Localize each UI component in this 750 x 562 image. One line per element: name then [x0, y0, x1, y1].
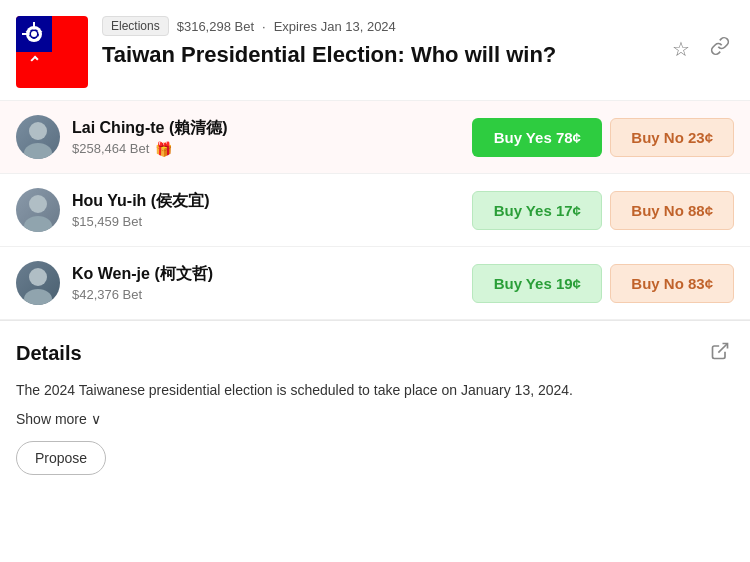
svg-point-19 — [29, 268, 47, 286]
candidate-row-hou: Hou Yu-ih (侯友宜) $15,459 Bet Buy Yes 17¢ … — [0, 174, 750, 247]
candidate-buttons-lai: Buy Yes 78¢ Buy No 23¢ — [472, 118, 734, 157]
share-button[interactable] — [706, 32, 734, 65]
svg-rect-6 — [22, 33, 27, 35]
chevron-down-icon: ∨ — [91, 411, 101, 427]
header-bet: $316,298 Bet — [177, 19, 254, 34]
buy-no-ko[interactable]: Buy No 83¢ — [610, 264, 734, 303]
details-section: Details The 2024 Taiwanese presidential … — [0, 320, 750, 483]
flag-image — [16, 16, 88, 88]
star-icon: ☆ — [672, 38, 690, 60]
header-meta: Elections $316,298 Bet · Expires Jan 13,… — [102, 16, 654, 36]
header-info: Elections $316,298 Bet · Expires Jan 13,… — [102, 16, 654, 68]
details-description: The 2024 Taiwanese presidential election… — [16, 380, 734, 401]
details-title: Details — [16, 342, 82, 365]
link-icon — [710, 38, 730, 60]
svg-point-18 — [24, 216, 52, 232]
svg-point-20 — [24, 289, 52, 305]
svg-point-15 — [29, 122, 47, 140]
star-button[interactable]: ☆ — [668, 33, 694, 65]
show-more-button[interactable]: Show more ∨ — [16, 411, 734, 427]
candidate-bet-hou: $15,459 Bet — [72, 214, 460, 229]
buy-no-hou[interactable]: Buy No 88¢ — [610, 191, 734, 230]
candidates-list: Lai Ching-te (賴清德) $258,464 Bet 🎁 Buy Ye… — [0, 101, 750, 320]
candidate-info-lai: Lai Ching-te (賴清德) $258,464 Bet 🎁 — [72, 118, 460, 157]
candidate-buttons-hou: Buy Yes 17¢ Buy No 88¢ — [472, 191, 734, 230]
gift-icon-lai: 🎁 — [155, 141, 172, 157]
buy-yes-lai[interactable]: Buy Yes 78¢ — [472, 118, 602, 157]
candidate-info-hou: Hou Yu-ih (侯友宜) $15,459 Bet — [72, 191, 460, 229]
buy-yes-hou[interactable]: Buy Yes 17¢ — [472, 191, 602, 230]
buy-no-lai[interactable]: Buy No 23¢ — [610, 118, 734, 157]
market-header: Elections $316,298 Bet · Expires Jan 13,… — [0, 0, 750, 101]
header-actions: ☆ — [668, 16, 734, 65]
candidate-name-ko: Ko Wen-je (柯文哲) — [72, 264, 460, 285]
avatar-hou — [16, 188, 60, 232]
svg-line-21 — [718, 344, 727, 353]
candidate-info-ko: Ko Wen-je (柯文哲) $42,376 Bet — [72, 264, 460, 302]
header-separator: · — [262, 19, 266, 34]
buy-yes-ko[interactable]: Buy Yes 19¢ — [472, 264, 602, 303]
avatar-ko — [16, 261, 60, 305]
svg-point-17 — [29, 195, 47, 213]
propose-button[interactable]: Propose — [16, 441, 106, 475]
svg-point-16 — [24, 143, 52, 159]
candidate-name-hou: Hou Yu-ih (侯友宜) — [72, 191, 460, 212]
svg-point-14 — [31, 31, 37, 37]
candidate-buttons-ko: Buy Yes 19¢ Buy No 83¢ — [472, 264, 734, 303]
candidate-name-lai: Lai Ching-te (賴清德) — [72, 118, 460, 139]
avatar-lai — [16, 115, 60, 159]
candidate-bet-ko: $42,376 Bet — [72, 287, 460, 302]
candidate-row-lai: Lai Ching-te (賴清德) $258,464 Bet 🎁 Buy Ye… — [0, 101, 750, 174]
details-external-link[interactable] — [706, 337, 734, 370]
market-title: Taiwan Presidential Election: Who will w… — [102, 42, 654, 68]
candidate-row-ko: Ko Wen-je (柯文哲) $42,376 Bet Buy Yes 19¢ … — [0, 247, 750, 320]
details-header: Details — [16, 337, 734, 370]
candidate-bet-lai: $258,464 Bet 🎁 — [72, 141, 460, 157]
header-expires: Expires Jan 13, 2024 — [274, 19, 396, 34]
elections-tag[interactable]: Elections — [102, 16, 169, 36]
